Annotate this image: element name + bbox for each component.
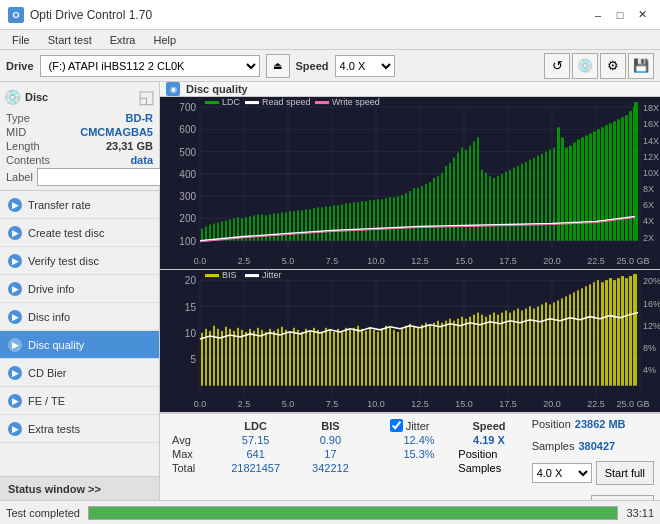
svg-rect-245 xyxy=(385,326,387,386)
disc-header-label: Disc xyxy=(25,91,48,103)
menu-extra[interactable]: Extra xyxy=(102,32,144,48)
drive-select[interactable]: (F:) ATAPI iHBS112 2 CL0K xyxy=(40,55,260,77)
svg-rect-156 xyxy=(205,101,219,104)
svg-rect-124 xyxy=(513,168,515,241)
nav-verify-test-disc[interactable]: ▶ Verify test disc xyxy=(0,247,159,275)
svg-rect-220 xyxy=(285,330,287,386)
svg-text:7.5: 7.5 xyxy=(326,399,338,409)
svg-rect-296 xyxy=(589,284,591,385)
samples-value: 380427 xyxy=(578,440,615,452)
svg-rect-120 xyxy=(497,176,499,241)
nav-cd-bier[interactable]: ▶ CD Bier xyxy=(0,359,159,387)
stats-bar: LDC BIS Jitter Speed xyxy=(160,413,660,500)
start-full-button[interactable]: Start full xyxy=(596,461,654,485)
svg-rect-155 xyxy=(634,102,638,241)
menu-help[interactable]: Help xyxy=(145,32,184,48)
svg-rect-70 xyxy=(297,210,299,240)
settings-button[interactable]: ⚙ xyxy=(600,53,626,79)
nav-create-test-disc[interactable]: ▶ Create test disc xyxy=(0,219,159,247)
speed-select[interactable]: 4.0 X xyxy=(335,55,395,77)
svg-rect-48 xyxy=(209,224,211,240)
refresh-button[interactable]: ↺ xyxy=(544,53,570,79)
save-button[interactable]: 💾 xyxy=(628,53,654,79)
svg-rect-255 xyxy=(425,323,427,386)
nav-transfer-rate[interactable]: ▶ Transfer rate xyxy=(0,191,159,219)
svg-rect-228 xyxy=(317,330,319,386)
svg-rect-214 xyxy=(261,330,263,386)
nav-verify-test-disc-label: Verify test disc xyxy=(28,255,99,267)
svg-rect-105 xyxy=(437,176,439,241)
progress-bar-fill xyxy=(89,507,617,519)
svg-rect-77 xyxy=(325,206,327,240)
jitter-checkbox[interactable] xyxy=(390,419,403,432)
svg-rect-259 xyxy=(441,323,443,386)
svg-rect-276 xyxy=(509,313,511,386)
svg-text:0.0: 0.0 xyxy=(194,256,207,266)
close-button[interactable]: ✕ xyxy=(632,5,652,25)
svg-rect-278 xyxy=(517,309,519,386)
svg-rect-88 xyxy=(369,200,371,240)
svg-rect-141 xyxy=(581,137,584,240)
nav-fe-te[interactable]: ▶ FE / TE xyxy=(0,387,159,415)
svg-rect-303 xyxy=(617,278,620,386)
svg-rect-134 xyxy=(553,148,555,241)
disc-label-input[interactable] xyxy=(37,168,170,186)
minimize-button[interactable]: – xyxy=(588,5,608,25)
svg-text:Jitter: Jitter xyxy=(262,270,281,280)
disc-mid-row: MID CMCMAGBA5 xyxy=(4,126,155,138)
svg-rect-212 xyxy=(253,331,255,386)
svg-rect-238 xyxy=(357,326,359,386)
svg-rect-160 xyxy=(315,101,329,104)
bottom-chart-svg: 20 15 10 5 20% 16% 12% 8% 4% xyxy=(160,270,660,412)
jitter-checkbox-row: Jitter xyxy=(390,419,449,432)
svg-rect-211 xyxy=(249,329,251,386)
svg-rect-236 xyxy=(349,330,351,386)
svg-rect-283 xyxy=(537,307,539,386)
status-window-button[interactable]: Status window >> xyxy=(0,476,159,500)
svg-text:2X: 2X xyxy=(643,233,654,243)
nav-disc-info[interactable]: ▶ Disc info xyxy=(0,303,159,331)
menu-start-test[interactable]: Start test xyxy=(40,32,100,48)
col-header-bis: BIS xyxy=(297,418,363,433)
svg-rect-63 xyxy=(269,214,271,240)
start-part-button[interactable]: Start part xyxy=(591,495,654,500)
svg-rect-204 xyxy=(221,331,223,386)
maximize-button[interactable]: □ xyxy=(610,5,630,25)
svg-rect-265 xyxy=(465,319,467,386)
drivebar: Drive (F:) ATAPI iHBS112 2 CL0K ⏏ Speed … xyxy=(0,50,660,82)
svg-rect-302 xyxy=(613,280,616,385)
disc-quality-icon: ▶ xyxy=(8,338,22,352)
nav-cd-bier-label: CD Bier xyxy=(28,367,67,379)
svg-rect-272 xyxy=(493,313,495,386)
nav-extra-tests[interactable]: ▶ Extra tests xyxy=(0,415,159,443)
svg-rect-94 xyxy=(393,197,395,241)
top-chart-svg: 700 600 500 400 300 200 100 18X 16X 14X … xyxy=(160,97,660,269)
svg-rect-241 xyxy=(369,328,371,386)
svg-rect-137 xyxy=(565,148,568,241)
svg-text:Write speed: Write speed xyxy=(332,97,380,107)
bottom-chart: 20 15 10 5 20% 16% 12% 8% 4% xyxy=(160,270,660,413)
disc-info-icon: ▶ xyxy=(8,310,22,324)
speed-label: Speed xyxy=(296,60,329,72)
svg-rect-229 xyxy=(321,332,323,386)
svg-rect-98 xyxy=(409,191,411,241)
eject-button[interactable]: ⏏ xyxy=(266,54,290,78)
svg-text:12%: 12% xyxy=(643,321,660,331)
svg-text:15: 15 xyxy=(185,302,197,313)
svg-rect-123 xyxy=(509,170,511,241)
svg-rect-69 xyxy=(293,211,295,240)
nav-drive-info[interactable]: ▶ Drive info xyxy=(0,275,159,303)
speed-combo[interactable]: 4.0 X xyxy=(532,463,592,483)
charts-area: 700 600 500 400 300 200 100 18X 16X 14X … xyxy=(160,97,660,413)
svg-rect-223 xyxy=(297,330,299,386)
svg-rect-145 xyxy=(597,129,600,240)
disc-icon: 💿 xyxy=(4,89,21,105)
menu-file[interactable]: File xyxy=(4,32,38,48)
svg-rect-90 xyxy=(377,199,379,240)
svg-text:20.0: 20.0 xyxy=(543,399,560,409)
nav-disc-quality[interactable]: ▶ Disc quality xyxy=(0,331,159,359)
svg-rect-254 xyxy=(421,325,423,386)
disc-button[interactable]: 💿 xyxy=(572,53,598,79)
disc-contents-row: Contents data xyxy=(4,154,155,166)
max-jitter: 15.3% xyxy=(384,447,455,461)
